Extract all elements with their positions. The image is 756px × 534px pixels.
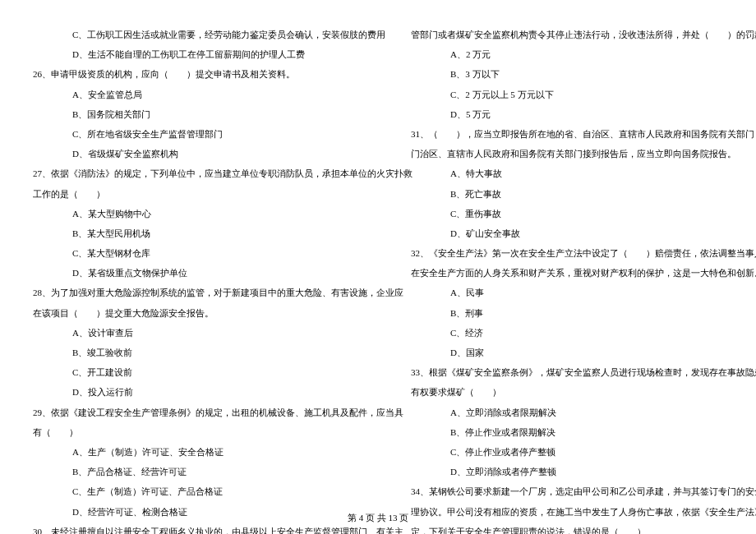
q27-option-d: D、某省级重点文物保护单位 xyxy=(33,263,362,283)
q33-text: 33、根据《煤矿安全监察条例》，煤矿安全监察人员进行现场检查时，发现存在事故隐患… xyxy=(411,362,740,382)
q28-option-a: A、设计审查后 xyxy=(33,323,362,343)
q32-option-c: C、经济 xyxy=(411,323,740,343)
q30-option-a: A、2 万元 xyxy=(411,44,740,64)
q31-option-c: C、重伤事故 xyxy=(411,204,740,223)
q29-option-c: C、生产（制造）许可证、产品合格证 xyxy=(33,481,362,501)
page-footer: 第 4 页 共 13 页 xyxy=(0,508,756,527)
q27-text: 27、依据《消防法》的规定，下列单位中，应当建立单位专职消防队员，承担本单位的火… xyxy=(33,163,362,183)
q31-text: 31、（ ），应当立即报告所在地的省、自治区、直辖市人民政府和国务院有关部门，省… xyxy=(411,124,740,144)
q31-option-b: B、死亡事故 xyxy=(411,184,740,204)
q33-option-d: D、立即消除或者停产整顿 xyxy=(411,462,740,481)
q28-text-cont: 在该项目（ ）提交重大危险源安全报告。 xyxy=(33,303,362,323)
q29-text-cont: 有（ ） xyxy=(33,422,362,442)
q26-option-b: B、国务院相关部门 xyxy=(33,104,362,124)
q25-option-c: C、工伤职工因生活或就业需要，经劳动能力鉴定委员会确认，安装假肢的费用 xyxy=(33,25,362,44)
right-column: 管部门或者煤矿安全监察机构责令其停止违法行动，没收违法所得，并处（ ）的罚款。 … xyxy=(411,25,740,534)
q33-option-b: B、停止作业或者限期解决 xyxy=(411,422,740,442)
q28-text: 28、为了加强对重大危险源控制系统的监管，对于新建项目中的重大危险、有害设施，企… xyxy=(33,283,362,302)
q34-text: 34、某钢铁公司要求新建一个厂房，选定由甲公司和乙公司承建，并与其签订专门的安全… xyxy=(411,481,740,501)
q33-option-c: C、停止作业或者停产整顿 xyxy=(411,442,740,462)
q29-option-a: A、生产（制造）许可证、安全合格证 xyxy=(33,442,362,462)
q29-option-b: B、产品合格证、经营许可证 xyxy=(33,462,362,481)
q28-option-c: C、开工建设前 xyxy=(33,362,362,382)
q30-option-b: B、3 万以下 xyxy=(411,64,740,84)
q30-option-d: D、5 万元 xyxy=(411,104,740,124)
q26-option-d: D、省级煤矿安全监察机构 xyxy=(33,144,362,163)
q29-text: 29、依据《建设工程安全生产管理条例》的规定，出租的机械设备、施工机具及配件，应… xyxy=(33,403,362,422)
q32-text-cont: 在安全生产方面的人身关系和财产关系，重视对财产权利的保护，这是一大特色和创新。 xyxy=(411,263,740,283)
q25-option-d: D、生活不能自理的工伤职工在停工留薪期间的护理人工费 xyxy=(33,44,362,64)
q32-option-b: B、刑事 xyxy=(411,303,740,323)
q31-option-a: A、特大事故 xyxy=(411,163,740,183)
q26-text: 26、申请甲级资质的机构，应向（ ）提交申请书及相关资料。 xyxy=(33,64,362,84)
q27-option-c: C、某大型钢材仓库 xyxy=(33,243,362,263)
q27-text-cont: 工作的是（ ） xyxy=(33,184,362,204)
q30-text-cont: 管部门或者煤矿安全监察机构责令其停止违法行动，没收违法所得，并处（ ）的罚款。 xyxy=(411,25,740,44)
q28-option-d: D、投入运行前 xyxy=(33,382,362,402)
q27-option-b: B、某大型民用机场 xyxy=(33,223,362,243)
q32-text: 32、《安全生产法》第一次在安全生产立法中设定了（ ）赔偿责任，依法调整当事人之… xyxy=(411,243,740,263)
q31-option-d: D、矿山安全事故 xyxy=(411,223,740,243)
q31-text-cont: 门治区、直辖市人民政府和国务院有关部门接到报告后，应当立即向国务院报告。 xyxy=(411,144,740,163)
q30-option-c: C、2 万元以上 5 万元以下 xyxy=(411,85,740,104)
q26-option-c: C、所在地省级安全生产监督管理部门 xyxy=(33,124,362,144)
q27-option-a: A、某大型购物中心 xyxy=(33,204,362,223)
q32-option-a: A、民事 xyxy=(411,283,740,302)
q33-option-a: A、立即消除或者限期解决 xyxy=(411,403,740,422)
q32-option-d: D、国家 xyxy=(411,343,740,362)
q28-option-b: B、竣工验收前 xyxy=(33,343,362,362)
q33-text-cont: 有权要求煤矿（ ） xyxy=(411,382,740,402)
left-column: C、工伤职工因生活或就业需要，经劳动能力鉴定委员会确认，安装假肢的费用 D、生活… xyxy=(33,25,362,534)
page-columns: C、工伤职工因生活或就业需要，经劳动能力鉴定委员会确认，安装假肢的费用 D、生活… xyxy=(33,25,723,534)
q26-option-a: A、安全监管总局 xyxy=(33,85,362,104)
